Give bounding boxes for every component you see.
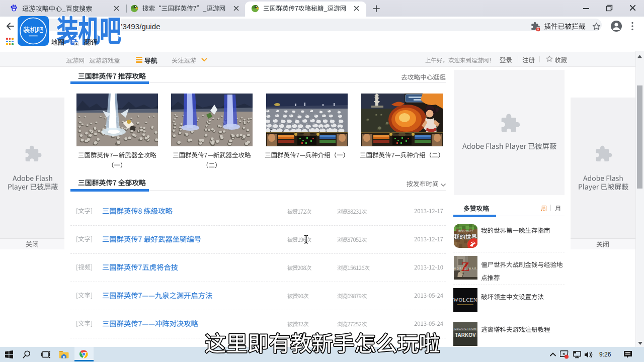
svg-text:WOLCEN: WOLCEN xyxy=(453,297,477,303)
svg-text:Z: Z xyxy=(461,259,469,274)
svg-text:ESCAPE FROM: ESCAPE FROM xyxy=(454,327,476,330)
svg-text:TARKOV: TARKOV xyxy=(455,332,476,338)
svg-text:WORLD WAR: WORLD WAR xyxy=(454,267,477,270)
